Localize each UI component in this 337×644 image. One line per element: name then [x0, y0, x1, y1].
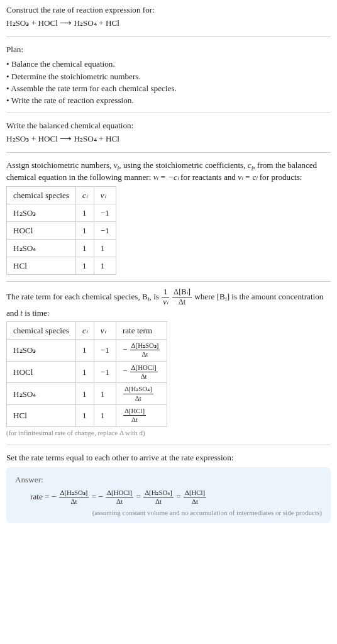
table-row: HCl 1 1 Δ[HCl] Δt [7, 405, 167, 427]
species-cell: H₂SO₄ [7, 239, 76, 257]
table-row: HCl 1 1 [7, 257, 116, 275]
rate-term-cell: Δ[HCl] Δt [116, 405, 167, 427]
answer-expression: rate = − Δ[H₂SO₃] Δt = − Δ[HOCl] Δt = Δ[… [15, 489, 322, 506]
answer-title: Answer: [15, 474, 322, 486]
col-nui: νᵢ [94, 321, 116, 339]
ci-cell: 1 [75, 339, 94, 361]
ci-cell: 1 [75, 383, 94, 405]
denominator: Δt [106, 497, 133, 505]
unbalanced-equation: H₂SO₃ + HOCl ⟶ H₂SO₄ + HCl [6, 16, 331, 30]
table-header-row: chemical species cᵢ νᵢ [7, 186, 116, 204]
nu-symbol: νi [114, 160, 119, 170]
col-species: chemical species [7, 321, 76, 339]
relation-reactants: νᵢ = −cᵢ [153, 172, 179, 182]
rate-equals: rate = [30, 492, 52, 501]
numerator: Δ[H₂SO₃] [59, 489, 89, 497]
stoichiometry-table: chemical species cᵢ νᵢ H₂SO₃ 1 −1 HOCl 1… [6, 186, 116, 275]
nui-cell: −1 [94, 339, 116, 361]
denominator: νᵢ [162, 297, 169, 306]
fraction: Δ[HOCl] Δt [130, 364, 158, 380]
sign: − [123, 345, 127, 354]
relation-products: νᵢ = cᵢ [238, 172, 257, 182]
denominator: Δt [184, 497, 206, 505]
species-cell: HCl [7, 405, 76, 427]
denominator: Δt [123, 416, 146, 423]
nui-cell: 1 [94, 383, 116, 405]
numerator: Δ[HCl] [123, 408, 146, 416]
text: νᵢ [101, 191, 106, 200]
divider [6, 281, 331, 282]
divider [6, 36, 331, 37]
col-nui: νᵢ [94, 186, 116, 204]
table-row: HOCl 1 −1 [7, 221, 116, 239]
sign: − [98, 492, 102, 501]
prompt-line: Construct the rate of reaction expressio… [6, 4, 331, 16]
numerator: Δ[HOCl] [130, 364, 158, 372]
balanced-equation: H₂SO₃ + HOCl ⟶ H₂SO₄ + HCl [6, 131, 331, 146]
plan-item: Assemble the rate term for each chemical… [6, 82, 331, 94]
plan-item: Balance the chemical equation. [6, 58, 331, 70]
plan-list: Balance the chemical equation. Determine… [6, 58, 331, 106]
denominator: Δt [172, 297, 192, 306]
sign: − [52, 492, 56, 501]
ci-cell: 1 [75, 239, 94, 257]
col-ci: cᵢ [75, 321, 94, 339]
ci-cell: 1 [75, 204, 94, 221]
text: , using the stoichiometric coefficients, [119, 160, 247, 170]
table-row: H₂SO₃ 1 −1 − Δ[H₂SO₃] Δt [7, 339, 167, 361]
table-row: H₂SO₃ 1 −1 [7, 204, 116, 221]
rate-term-table: chemical species cᵢ νᵢ rate term H₂SO₃ 1… [6, 321, 167, 427]
ci-cell: 1 [75, 405, 94, 427]
fraction-one-over-nu: 1 νᵢ [161, 288, 170, 306]
numerator: Δ[HCl] [184, 489, 206, 497]
equals: = [136, 492, 143, 501]
reaction-unbalanced: H₂SO₃ + HOCl ⟶ H₂SO₄ + HCl [6, 18, 119, 28]
species-cell: HOCl [7, 361, 76, 383]
rate-term-cell: − Δ[HOCl] Δt [116, 361, 167, 383]
stoich-paragraph: Assign stoichiometric numbers, νi, using… [6, 159, 331, 183]
text: νᵢ [101, 326, 106, 335]
denominator: Δt [130, 350, 160, 358]
plan-item: Write the rate of reaction expression. [6, 94, 331, 106]
balanced-heading: Write the balanced chemical equation: [6, 119, 331, 131]
plan-heading: Plan: [6, 43, 331, 55]
nui-cell: 1 [94, 257, 116, 275]
table-header-row: chemical species cᵢ νᵢ rate term [7, 321, 167, 339]
denominator: Δt [130, 372, 158, 380]
nui-cell: 1 [94, 239, 116, 257]
denominator: Δt [59, 497, 89, 505]
nui-cell: −1 [94, 361, 116, 383]
numerator: 1 [162, 288, 169, 297]
answer-assumption: (assuming constant volume and no accumul… [15, 508, 322, 518]
ci-cell: 1 [75, 257, 94, 275]
numerator: Δ[H₂SO₄] [123, 386, 153, 394]
nui-cell: −1 [94, 204, 116, 221]
table-row: H₂SO₄ 1 1 [7, 239, 116, 257]
text: cᵢ [82, 191, 87, 200]
numerator: Δ[H₂SO₃] [130, 342, 160, 350]
set-equal-text: Set the rate terms equal to each other t… [6, 452, 331, 464]
text: The rate term for each chemical species,… [6, 292, 148, 301]
col-rate-term: rate term [116, 321, 167, 339]
equals: = [176, 492, 183, 501]
rate-term-paragraph: The rate term for each chemical species,… [6, 288, 331, 318]
species-cell: H₂SO₃ [7, 204, 76, 221]
infinitesimal-note: (for infinitesimal rate of change, repla… [6, 428, 331, 438]
divider [6, 152, 331, 153]
species-cell: HCl [7, 257, 76, 275]
denominator: Δt [143, 497, 174, 505]
text: Assign stoichiometric numbers, [6, 160, 114, 170]
numerator: Δ[Bᵢ] [172, 288, 192, 297]
table-row: H₂SO₄ 1 1 Δ[H₂SO₄] Δt [7, 383, 167, 405]
rate-term-cell: − Δ[H₂SO₃] Δt [116, 339, 167, 361]
text: for reactants and [179, 172, 238, 182]
answer-box: Answer: rate = − Δ[H₂SO₃] Δt = − Δ[HOCl]… [6, 467, 331, 523]
reaction-balanced: H₂SO₃ + HOCl ⟶ H₂SO₄ + HCl [6, 134, 119, 143]
text: where [B [194, 292, 225, 301]
divider [6, 445, 331, 445]
text: , is [150, 292, 162, 301]
fraction: Δ[HCl] Δt [123, 408, 146, 424]
table-row: HOCl 1 −1 − Δ[HOCl] Δt [7, 361, 167, 383]
fraction: Δ[HOCl] Δt [105, 489, 134, 506]
fraction: Δ[H₂SO₄] Δt [143, 489, 174, 506]
